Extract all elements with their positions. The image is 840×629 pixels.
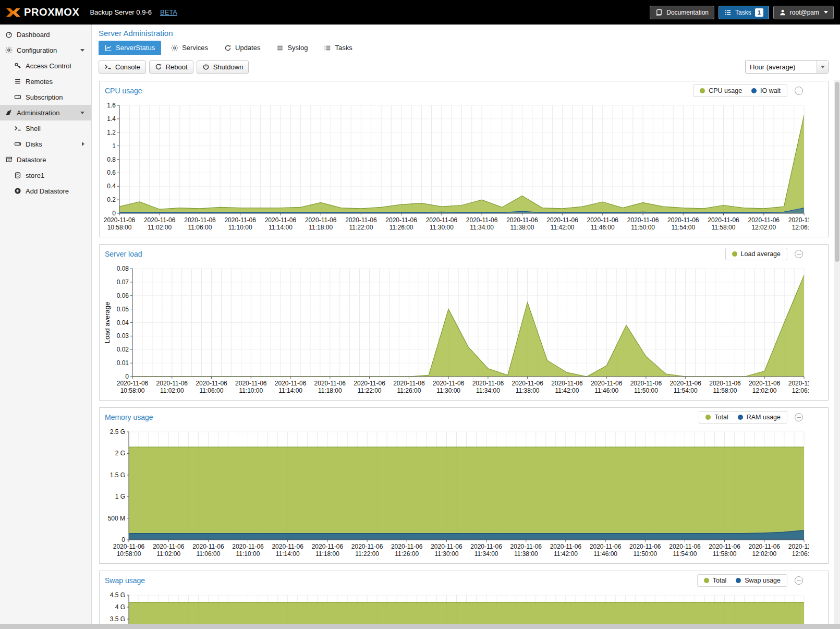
svg-text:2020-11-06: 2020-11-06: [184, 216, 216, 224]
tab-syslog[interactable]: Syslog: [270, 41, 314, 55]
svg-text:0.06: 0.06: [117, 292, 129, 299]
svg-text:0.8: 0.8: [107, 156, 116, 163]
legend-item: CPU usage: [700, 87, 742, 94]
range-select[interactable]: Hour (average): [745, 60, 829, 74]
collapse-icon[interactable]: [795, 576, 803, 585]
svg-text:11:46:00: 11:46:00: [593, 550, 617, 558]
scrollbar-thumb[interactable]: [835, 82, 839, 262]
tab-serverstatus[interactable]: ServerStatus: [99, 41, 161, 55]
sidebar-item-label: Subscription: [26, 93, 63, 101]
panel-title: Server load: [105, 250, 142, 258]
svg-text:4 G: 4 G: [115, 603, 125, 611]
sidebar-item-label: Access Control: [26, 62, 71, 70]
svg-text:2020-11-06: 2020-11-06: [669, 543, 701, 550]
sidebar-item-store1[interactable]: store1: [0, 167, 91, 183]
sidebar-item-label: Shell: [26, 125, 41, 132]
svg-text:2020-11-06: 2020-11-06: [351, 543, 383, 550]
svg-text:2020-11-06: 2020-11-06: [117, 380, 149, 387]
tab-label: Tasks: [335, 44, 352, 52]
tasks-badge: 1: [755, 8, 763, 17]
sidebar: DashboardConfigurationAccess ControlRemo…: [0, 25, 92, 629]
shutdown-button[interactable]: Shutdown: [197, 61, 249, 74]
svg-text:11:54:00: 11:54:00: [674, 387, 698, 394]
svg-text:12:06:00: 12:06:00: [792, 387, 809, 394]
chart-memory-usage: 0500 M1 G1.5 G2 G2.5 G2020-11-0610:58:00…: [100, 427, 828, 563]
svg-text:0.08: 0.08: [117, 265, 129, 272]
legend-label: Load average: [741, 250, 781, 258]
plus-icon: [14, 187, 21, 195]
ticket-icon: [14, 93, 21, 101]
tab-tasks[interactable]: Tasks: [318, 41, 358, 55]
svg-text:2020-11-06: 2020-11-06: [788, 216, 809, 224]
svg-text:10:58:00: 10:58:00: [107, 224, 132, 231]
tasks-button[interactable]: Tasks 1: [719, 6, 769, 19]
svg-text:4.5 G: 4.5 G: [110, 591, 125, 599]
user-menu-button[interactable]: root@pam: [773, 6, 834, 19]
sidebar-item-subscription[interactable]: Subscription: [0, 89, 91, 105]
svg-text:0.05: 0.05: [117, 306, 129, 313]
tab-services[interactable]: Services: [165, 41, 214, 55]
sidebar-item-remotes[interactable]: Remotes: [0, 74, 91, 89]
svg-text:11:30:00: 11:30:00: [430, 224, 454, 231]
sidebar-item-configuration[interactable]: Configuration: [0, 42, 91, 58]
sidebar-item-access-control[interactable]: Access Control: [0, 58, 91, 74]
app-header: PROXMOX Backup Server 0.9-6 BETA Documen…: [0, 0, 840, 25]
legend-dot-icon: [705, 415, 711, 420]
legend-dot-icon: [738, 415, 743, 420]
panel-memory-usage: Memory usageTotalRAM usage0500 M1 G1.5 G…: [99, 407, 829, 564]
svg-text:11:02:00: 11:02:00: [160, 387, 184, 394]
collapse-icon[interactable]: [795, 250, 803, 258]
documentation-button[interactable]: Documentation: [650, 6, 714, 19]
svg-text:2020-11-06: 2020-11-06: [472, 380, 504, 387]
svg-text:2020-11-06: 2020-11-06: [546, 216, 578, 224]
sidebar-item-administration[interactable]: Administration: [0, 105, 91, 120]
legend-dot-icon: [704, 578, 709, 583]
svg-text:Load average: Load average: [103, 302, 111, 344]
scrollbar[interactable]: [834, 80, 840, 629]
svg-text:0.6: 0.6: [107, 169, 116, 176]
main-content: Server Administration ServerStatusServic…: [92, 25, 840, 629]
legend-label: Total: [714, 414, 728, 421]
svg-text:2020-11-06: 2020-11-06: [667, 216, 699, 224]
svg-text:11:06:00: 11:06:00: [188, 224, 212, 231]
beta-link[interactable]: BETA: [160, 8, 177, 16]
sidebar-item-shell[interactable]: Shell: [0, 120, 91, 136]
svg-text:12:06:00: 12:06:00: [792, 224, 809, 231]
tab-label: Services: [182, 44, 208, 52]
svg-text:11:14:00: 11:14:00: [278, 387, 302, 394]
svg-text:3.5 G: 3.5 G: [110, 615, 125, 623]
svg-text:11:38:00: 11:38:00: [510, 224, 534, 231]
svg-text:2020-11-06: 2020-11-06: [272, 543, 303, 550]
svg-text:2020-11-06: 2020-11-06: [275, 380, 307, 387]
tab-updates[interactable]: Updates: [218, 41, 266, 55]
svg-text:2 G: 2 G: [115, 450, 125, 457]
svg-text:2020-11-06: 2020-11-06: [393, 380, 425, 387]
svg-text:2020-11-06: 2020-11-06: [104, 216, 136, 224]
chart-legend: TotalRAM usage: [699, 411, 787, 424]
svg-text:2020-11-06: 2020-11-06: [385, 216, 417, 224]
console-button[interactable]: Console: [99, 61, 146, 74]
archive-icon: [5, 156, 13, 163]
sidebar-item-add-datastore[interactable]: Add Datastore: [0, 183, 91, 199]
chart-svg: 00.010.020.030.040.050.060.070.082020-11…: [100, 263, 809, 400]
power-icon: [202, 63, 210, 70]
collapse-icon[interactable]: [795, 413, 803, 421]
svg-text:11:18:00: 11:18:00: [318, 387, 342, 394]
sidebar-item-datastore[interactable]: Datastore: [0, 152, 91, 167]
collapse-icon[interactable]: [795, 87, 803, 95]
chart-swap-usage: 0500 M1 G1.5 G2 G2.5 G3 G3.5 G4 G4.5 G20…: [100, 590, 828, 629]
proxmox-logo[interactable]: PROXMOX: [6, 6, 79, 18]
sidebar-item-label: Configuration: [17, 46, 57, 54]
sidebar-item-disks[interactable]: Disks: [0, 136, 91, 152]
panel-title: CPU usage: [105, 87, 142, 95]
svg-text:2020-11-06: 2020-11-06: [391, 543, 423, 550]
sidebar-item-dashboard[interactable]: Dashboard: [0, 27, 91, 42]
wrench-icon: [5, 109, 13, 116]
svg-text:11:58:00: 11:58:00: [713, 550, 737, 558]
gears-icon: [5, 46, 13, 54]
legend-dot-icon: [732, 251, 737, 257]
svg-text:2020-11-06: 2020-11-06: [354, 380, 385, 387]
reboot-button[interactable]: Reboot: [149, 61, 193, 74]
svg-text:0: 0: [125, 373, 129, 380]
sidebar-item-label: Add Datastore: [26, 187, 69, 195]
